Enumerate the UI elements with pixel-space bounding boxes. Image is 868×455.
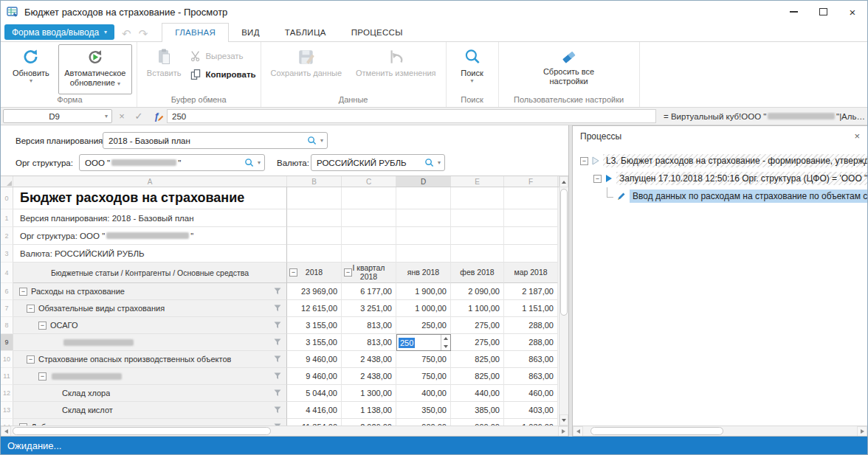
refresh-button[interactable]: Обновить ▾ <box>7 44 55 94</box>
value-spinner[interactable] <box>441 335 450 350</box>
close-panel-icon[interactable]: × <box>854 131 860 141</box>
column-header-b[interactable]: B <box>287 176 342 187</box>
empty-cell[interactable] <box>396 245 451 263</box>
row-number[interactable]: 7 <box>1 300 13 317</box>
row-number[interactable]: 10 <box>1 351 13 368</box>
value-cell[interactable]: 1 100,00 <box>451 300 504 317</box>
column-header-c[interactable]: C <box>342 176 396 187</box>
editing-cell[interactable]: 250 <box>396 334 451 351</box>
empty-cell[interactable] <box>342 227 396 245</box>
row-number[interactable]: 6 <box>1 283 13 300</box>
filter-funnel-icon[interactable] <box>274 355 281 363</box>
chevron-down-icon[interactable]: ▾ <box>320 138 323 144</box>
value-cell[interactable]: 2 438,00 <box>342 351 396 368</box>
version-select[interactable]: 2018 - Базовый план ▾ <box>103 132 328 149</box>
empty-cell[interactable] <box>342 209 396 227</box>
empty-cell[interactable] <box>504 209 558 227</box>
scroll-right-icon[interactable] <box>857 426 867 437</box>
redo-icon[interactable]: ↷ <box>139 28 148 39</box>
auto-refresh-button[interactable]: Автоматическое обновление ▾ <box>58 44 132 94</box>
search-button[interactable]: Поиск ▾ <box>451 44 494 94</box>
column-group-header[interactable]: фев 2018 <box>451 263 504 283</box>
value-cell[interactable]: 440,00 <box>451 385 504 402</box>
column-header-d[interactable]: D <box>396 176 451 187</box>
empty-cell[interactable] <box>342 187 396 209</box>
row-label-cell[interactable]: −Страхование опасных производственных об… <box>13 351 287 368</box>
tab-protsessy[interactable]: ПРОЦЕССЫ <box>339 24 416 41</box>
row-label-cell[interactable]: −Обязательные виды страхования <box>13 300 287 317</box>
chevron-down-icon[interactable]: ▾ <box>438 160 441 166</box>
value-cell[interactable]: 400,00 <box>396 385 451 402</box>
copy-button[interactable]: Копировать <box>190 69 255 80</box>
save-data-button[interactable]: Сохранить данные <box>266 44 347 94</box>
cut-button[interactable]: Вырезать <box>190 50 255 62</box>
value-cell[interactable]: 460,00 <box>504 385 558 402</box>
value-cell[interactable]: 863,00 <box>504 368 558 385</box>
row-label-cell[interactable]: Склад хлора <box>13 385 287 402</box>
reset-settings-button[interactable]: Сбросить все настройки <box>525 44 613 94</box>
collapse-toggle[interactable]: − <box>38 372 46 381</box>
filter-funnel-icon[interactable] <box>274 372 281 380</box>
accept-entry-icon[interactable]: ✓ <box>131 111 146 122</box>
row-number[interactable]: 4 <box>1 263 13 283</box>
tab-glavnaya[interactable]: ГЛАВНАЯ <box>162 23 229 42</box>
horizontal-scroll-thumb[interactable] <box>590 427 723 435</box>
value-cell[interactable]: 288,00 <box>504 317 558 334</box>
row-label-cell[interactable]: Версия планирования: 2018 - Базовый план <box>13 209 287 227</box>
column-group-header[interactable]: мар 2018 <box>504 263 558 283</box>
row-number[interactable]: 14 <box>1 419 13 426</box>
empty-cell[interactable] <box>342 245 396 263</box>
empty-cell[interactable] <box>451 227 504 245</box>
value-cell[interactable]: 9 460,00 <box>287 351 342 368</box>
collapse-toggle[interactable]: − <box>593 175 602 183</box>
tab-tablitsa[interactable]: ТАБЛИЦА <box>272 24 339 41</box>
row-label-cell[interactable]: −Добровольные виды страхования <box>13 419 287 426</box>
value-cell[interactable]: 250,00 <box>396 317 451 334</box>
paste-button[interactable]: Вставить <box>142 44 187 94</box>
value-cell[interactable]: 3 155,00 <box>287 317 342 334</box>
value-cell[interactable]: 1 036,00 <box>504 419 558 426</box>
column-header-f[interactable]: F <box>504 176 558 187</box>
empty-cell[interactable] <box>504 227 558 245</box>
scroll-right-icon[interactable] <box>558 426 568 437</box>
empty-cell[interactable] <box>396 209 451 227</box>
process-item[interactable]: −Запущен 17.10.2018 12:50:16 Орг. структ… <box>593 170 867 187</box>
row-label-cell[interactable]: − <box>13 368 287 385</box>
collapse-toggle[interactable]: − <box>580 157 588 165</box>
processes-horizontal-scrollbar[interactable] <box>573 426 867 436</box>
collapse-toggle[interactable]: − <box>344 268 352 277</box>
empty-cell[interactable] <box>396 187 451 209</box>
value-cell[interactable]: 350,00 <box>396 402 451 419</box>
horizontal-scrollbar[interactable] <box>1 426 568 436</box>
row-label-cell[interactable]: Бюджет расходов на страхование <box>13 187 287 209</box>
process-item[interactable]: Ввод данных по расходам на страхование п… <box>607 187 867 205</box>
value-cell[interactable]: 3 251,00 <box>342 300 396 317</box>
filter-funnel-icon[interactable] <box>274 288 281 295</box>
value-cell[interactable]: 2 926,00 <box>342 419 396 426</box>
tab-vid[interactable]: ВИД <box>229 24 272 41</box>
formula-edit-icon[interactable]: ƒ <box>148 111 165 122</box>
process-item[interactable]: −L3. Бюджет расходов на страхование - фо… <box>580 152 867 170</box>
value-cell[interactable]: 275,00 <box>451 317 504 334</box>
value-cell[interactable]: 813,00 <box>342 317 396 334</box>
row-number[interactable]: 1 <box>1 209 13 227</box>
value-cell[interactable]: 12 615,00 <box>287 300 342 317</box>
value-cell[interactable]: 1 000,00 <box>396 300 451 317</box>
value-cell[interactable]: 900,00 <box>396 419 451 426</box>
value-cell[interactable]: 11 354,00 <box>287 419 342 426</box>
column-group-header[interactable]: янв 2018 <box>396 263 451 283</box>
value-cell[interactable]: 1 300,00 <box>342 385 396 402</box>
scroll-left-icon[interactable] <box>1 426 11 437</box>
row-label-cell[interactable]: Валюта: РОССИЙСКИЙ РУБЛЬ <box>13 245 287 263</box>
value-cell[interactable]: 403,00 <box>504 402 558 419</box>
value-cell[interactable]: 990,00 <box>451 419 504 426</box>
column-group-header[interactable]: −I квартал 2018 <box>342 263 396 283</box>
horizontal-scroll-thumb[interactable] <box>13 427 271 435</box>
filter-funnel-icon[interactable] <box>274 406 281 414</box>
empty-cell[interactable] <box>451 187 504 209</box>
spinner-up-icon[interactable] <box>441 335 450 343</box>
spinner-down-icon[interactable] <box>441 343 450 351</box>
empty-cell[interactable] <box>287 245 342 263</box>
empty-cell[interactable] <box>287 227 342 245</box>
value-cell[interactable]: 813,00 <box>342 334 396 351</box>
